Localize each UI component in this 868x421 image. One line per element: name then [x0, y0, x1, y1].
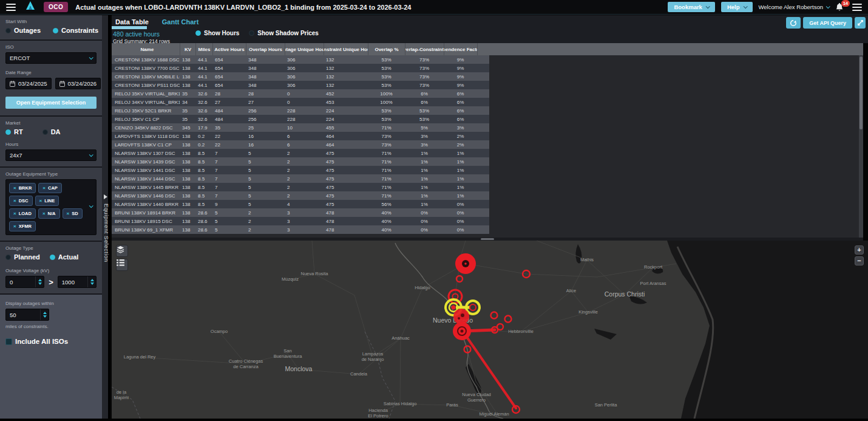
- equipment-chip[interactable]: ×SD: [63, 208, 83, 219]
- radio-planned[interactable]: Planned: [5, 253, 40, 261]
- radio-constraints[interactable]: Constraints: [53, 27, 98, 34]
- map-city-label: Lampazos de Naranjo: [362, 351, 384, 363]
- table-row[interactable]: RELOJ 35KV 52C1 BRKR3532.648425622822453…: [112, 106, 489, 115]
- table-row[interactable]: RELOJ 35KV C1 CP3532.648425622822453%53%…: [112, 115, 489, 123]
- open-equipment-selection-button[interactable]: Open Equipment Selection: [5, 97, 97, 109]
- scrollbar-thumb[interactable]: [481, 238, 494, 240]
- table-row[interactable]: NLARSW 138KV 1439 DSC1388.575247571%1%1%: [112, 157, 489, 166]
- notifications-button[interactable]: 14: [835, 2, 846, 12]
- table-row[interactable]: CRESTONI 138KV 7700 DSC13844.16543483061…: [112, 64, 489, 72]
- remove-chip-icon[interactable]: ×: [13, 224, 16, 229]
- outage-map[interactable]: MúzquizNueva RositaOcampoHidalgoNuevo La…: [112, 241, 868, 419]
- column-header[interactable]: Overlap-Constraint %: [405, 43, 444, 55]
- remove-chip-icon[interactable]: ×: [42, 211, 46, 216]
- column-header[interactable]: Name: [112, 43, 180, 55]
- remove-chip-icon[interactable]: ×: [13, 198, 16, 204]
- column-header[interactable]: Outage Unique Hours: [285, 43, 324, 55]
- table-cell: 138: [180, 72, 195, 81]
- radio-show-hours[interactable]: Show Hours: [195, 30, 239, 36]
- remove-chip-icon[interactable]: ×: [13, 185, 16, 191]
- scrollbar-thumb[interactable]: [860, 56, 863, 129]
- table-row[interactable]: BRUNI 138KV 18914 BRKR13828.652347840%0%…: [112, 208, 489, 217]
- table-row[interactable]: NLARSW 138KV 1441 DSC1388.575247571%1%1%: [112, 166, 489, 174]
- table-row[interactable]: NLARSW 138KV 1446 DSC1388.575247571%1%1%: [112, 191, 489, 200]
- column-header[interactable]: Constraint Unique Hours: [324, 43, 368, 55]
- radio-show-shadow-prices[interactable]: Show Shadow Prices: [249, 30, 319, 36]
- active-hours-link[interactable]: 480 active hours: [113, 30, 160, 38]
- column-header[interactable]: Miles: [195, 43, 212, 55]
- tab-gantt-chart[interactable]: Gantt Chart: [162, 18, 199, 26]
- table-row[interactable]: BRUNI 138KV 18915 DSC13828.652347840%0%0…: [112, 217, 489, 225]
- voltage-max-input[interactable]: 1000: [58, 276, 97, 288]
- equipment-chip[interactable]: ×CAP: [38, 183, 62, 193]
- equipment-chip[interactable]: ×BRKR: [9, 183, 36, 193]
- equipment-selection-drawer-tab[interactable]: Equipment Selection: [102, 15, 110, 419]
- table-cell: 6: [285, 140, 324, 149]
- stepper-icon[interactable]: [35, 276, 44, 287]
- bookmark-button[interactable]: Bookmark: [668, 2, 714, 12]
- table-row[interactable]: CRESTONI 138KV 1688 DSC13844.16543483061…: [112, 55, 489, 64]
- table-row[interactable]: NLARSW 138KV 1307 DSC1388.575247571%1%1%: [112, 149, 489, 157]
- table-row[interactable]: BRUNI 138KV 69_1 XFMR13828.652347840%0%0…: [112, 225, 489, 234]
- table-cell: 6: [285, 132, 324, 140]
- table-row[interactable]: NLARSW 138KV 1445 BRKR1388.575247571%1%1…: [112, 183, 489, 191]
- help-button[interactable]: Help: [721, 2, 753, 12]
- table-cell: 3%: [405, 140, 444, 149]
- expand-button[interactable]: [855, 17, 866, 29]
- greater-than-separator: >: [49, 278, 53, 287]
- tab-data-table[interactable]: Data Table: [115, 18, 149, 26]
- table-row[interactable]: LARDVFTS 138KV C1 CP1380.22216646473%3%2…: [112, 140, 489, 149]
- radio-da[interactable]: DA: [42, 128, 61, 135]
- table-row[interactable]: NLARSW 138KV 1440 BRKR1388.595447556%1%0…: [112, 200, 489, 208]
- remove-chip-icon[interactable]: ×: [39, 198, 42, 204]
- vertical-scrollbar[interactable]: [859, 55, 863, 238]
- column-header[interactable]: Overlap %: [368, 43, 405, 55]
- radio-actual[interactable]: Actual: [50, 253, 79, 261]
- equipment-chip[interactable]: ×XFMR: [9, 221, 36, 231]
- table-row[interactable]: CRESTONI 138KV PS11 DSC13844.16543483061…: [112, 81, 489, 89]
- horizontal-scrollbar[interactable]: [112, 238, 863, 241]
- equipment-chip[interactable]: ×LOAD: [9, 208, 36, 219]
- map-zoom-out-button[interactable]: −: [855, 256, 864, 265]
- radio-outages[interactable]: Outages: [5, 27, 41, 34]
- remove-chip-icon[interactable]: ×: [42, 185, 46, 191]
- map-legend-button[interactable]: [116, 259, 128, 271]
- remove-chip-icon[interactable]: ×: [67, 211, 70, 216]
- stepper-icon[interactable]: [40, 309, 49, 320]
- column-header[interactable]: KV: [180, 43, 195, 55]
- radio-icon: [5, 255, 11, 260]
- voltage-min-input[interactable]: 0: [5, 276, 44, 288]
- refresh-button[interactable]: [786, 17, 801, 29]
- table-row[interactable]: CENIZO 345KV 8822 DSC34517.935251045571%…: [112, 123, 489, 132]
- map-layers-button[interactable]: [116, 245, 128, 257]
- iso-select[interactable]: ERCOT: [5, 52, 97, 64]
- equipment-chip[interactable]: ×LINE: [35, 196, 59, 206]
- equipment-type-multiselect[interactable]: ×BRKR×CAP×DSC×LINE×LOAD×N/A×SD×XFMR: [5, 179, 97, 235]
- user-menu[interactable]: Welcome Alex Robertson: [759, 4, 830, 10]
- radio-rt[interactable]: RT: [5, 128, 23, 135]
- table-cell: 71%: [368, 191, 405, 200]
- start-date-input[interactable]: 03/24/2025: [5, 78, 52, 89]
- table-row[interactable]: CRESTONI 138KV MOBILE LOAD13844.16543483…: [112, 72, 489, 81]
- table-cell: 6%: [405, 89, 444, 98]
- stepper-icon[interactable]: [87, 276, 96, 287]
- menu-icon[interactable]: [6, 4, 16, 11]
- hours-select[interactable]: 24x7: [5, 149, 97, 161]
- table-row[interactable]: LARDVFTS 138KV 1118 DSC1380.22216646473%…: [112, 132, 489, 140]
- table-row[interactable]: RELOJ 34KV VIRTUAL_BRK1 BRKR3432.6272704…: [112, 98, 489, 106]
- end-date-input[interactable]: 03/24/2026: [55, 78, 101, 89]
- include-all-isos-checkbox[interactable]: Include All ISOs: [5, 338, 97, 345]
- table-row[interactable]: NLARSW 138KV 1444 DSC1388.575247571%1%1%: [112, 174, 489, 183]
- app-logo-icon[interactable]: [25, 1, 35, 13]
- equipment-chip[interactable]: ×N/A: [38, 208, 60, 219]
- map-zoom-in-button[interactable]: +: [855, 245, 864, 255]
- equipment-chip[interactable]: ×DSC: [9, 196, 33, 206]
- table-row[interactable]: RELOJ 35KV VIRTUAL_BRK1 BRKR3532.6282804…: [112, 89, 489, 98]
- get-api-query-button[interactable]: Get API Query: [803, 17, 852, 29]
- column-header[interactable]: Dependence Factor↓: [444, 43, 477, 55]
- remove-chip-icon[interactable]: ×: [13, 211, 16, 216]
- column-header[interactable]: Active Hours: [212, 43, 246, 55]
- miles-input[interactable]: 50: [5, 309, 49, 321]
- column-header[interactable]: Overlap Hours: [246, 43, 285, 55]
- overflow-menu-icon[interactable]: [852, 4, 862, 11]
